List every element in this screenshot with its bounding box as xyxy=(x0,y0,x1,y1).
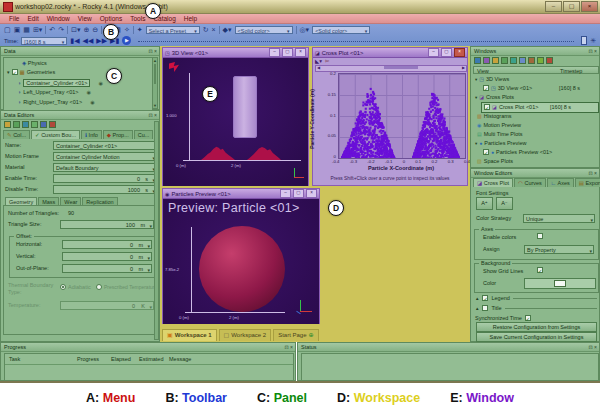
tab-properties[interactable]: ◆ Prop... xyxy=(103,130,133,139)
zoom-out-icon[interactable]: ⊖ xyxy=(92,25,98,35)
font-increase-button[interactable]: A⁺ xyxy=(476,197,493,210)
solid-color-combo-2[interactable]: <Solid color>▾ xyxy=(312,26,370,34)
close-window-icon[interactable]: × xyxy=(295,48,306,57)
import-geometry-icon[interactable] xyxy=(22,121,29,128)
close-window-icon[interactable]: × xyxy=(454,48,465,57)
tab-cross-plot[interactable]: ◪ Cross Plot xyxy=(473,178,513,187)
prescribed-radio[interactable]: Prescribed Temperature xyxy=(96,284,157,290)
previous-timestep-icon[interactable]: ◀◀ xyxy=(83,36,94,46)
remove-icon[interactable] xyxy=(49,121,56,128)
delete-preset-icon[interactable]: × xyxy=(212,25,216,35)
row-cross-plots[interactable]: ▾◪Cross Plots xyxy=(475,94,514,100)
preset-combo[interactable]: Select a Preset▾ xyxy=(146,26,200,34)
dock-icon[interactable]: ⊡ xyxy=(588,344,592,350)
row-cross-plot-01-selected[interactable]: ◪ Cross Plot <01> [160] 8 s xyxy=(481,102,599,113)
data-editors-title[interactable]: Data Editors ⊡ × xyxy=(1,111,159,120)
maximize-window-icon[interactable]: ▢ xyxy=(441,48,452,57)
tab-curves[interactable]: Cu... xyxy=(134,130,154,139)
row-particles-preview-01[interactable]: ●Particles Preview <01> xyxy=(483,149,552,155)
legend-checkbox[interactable] xyxy=(482,295,488,301)
time-slider-track[interactable] xyxy=(138,40,574,42)
grid-lines-checkbox[interactable] xyxy=(537,267,543,273)
new-3d-view-icon[interactable] xyxy=(474,57,481,64)
tree-item-left-tray[interactable]: ◗ Left_Upper_Tray <01> ◉ xyxy=(18,89,91,95)
bg-color-swatch-button[interactable] xyxy=(524,278,596,289)
title-section-row[interactable]: ▲ Title xyxy=(475,305,597,311)
motion-frame-icon[interactable] xyxy=(4,121,11,128)
undo-icon[interactable]: ↶ xyxy=(49,25,55,35)
slider-options-icon[interactable]: ✳ xyxy=(590,36,596,46)
redo-icon[interactable]: ↷ xyxy=(58,25,64,35)
row-space-plots[interactable]: ▧Space Plots xyxy=(477,158,513,164)
synchronized-time-checkbox[interactable] xyxy=(525,315,531,321)
menu-file[interactable]: File xyxy=(5,15,23,22)
progress-panel-title[interactable]: Progress ⊡ × xyxy=(1,343,295,352)
enable-time-field[interactable]: 0s▾ xyxy=(53,174,157,183)
adiabatic-radio[interactable]: Adiabatic xyxy=(60,284,91,290)
tree-item-physics[interactable]: ◈ Physics xyxy=(22,60,47,66)
geometries-checkbox[interactable] xyxy=(12,69,18,75)
windows-panel-title[interactable]: Windows ⊡ × xyxy=(471,47,599,56)
name-field[interactable]: Container_Cylinder <01> xyxy=(53,141,157,150)
sphere-color-icon[interactable]: ◎▾ xyxy=(300,25,310,35)
row-multi-time-plots[interactable]: ▤Multi Time Plots xyxy=(477,131,523,137)
triangle-size-field[interactable]: 100m▾ xyxy=(60,220,154,229)
restore-configuration-button[interactable]: Restore Configuration from Settings xyxy=(476,322,597,332)
save-configuration-button[interactable]: Save Current Configuration in Settings xyxy=(476,332,597,342)
preview-scene[interactable]: Preview: Particle <01> 7.85e-2 0 (m) 2 (… xyxy=(163,199,319,324)
3d-view-titlebar[interactable]: ◳ 3D View <01> ‒ ▢ × xyxy=(163,48,308,58)
plot-area[interactable] xyxy=(338,73,466,159)
dock-icon[interactable]: ⊡ xyxy=(148,112,152,118)
data-editors-scrollbar[interactable] xyxy=(154,121,159,340)
clip-flag-icon[interactable] xyxy=(169,62,179,72)
maximize-window-icon[interactable]: ▢ xyxy=(293,189,304,198)
plot-h-scrollbar[interactable]: ◀ ▶ xyxy=(315,65,467,72)
status-panel-title[interactable]: Status ⊡ × xyxy=(298,343,599,352)
material-combo[interactable]: Default Boundary▾ xyxy=(53,163,157,172)
out-of-plane-field[interactable]: 0m▾ xyxy=(62,264,152,273)
export-icon[interactable]: ⊞▾ xyxy=(33,25,42,35)
row-3d-view-01[interactable]: ◳3D View <01>[160] 8 s xyxy=(483,85,532,91)
tab-workspace-2[interactable]: ▢Workspace 2 xyxy=(219,329,272,341)
tab-curves[interactable]: ◠ Curves xyxy=(514,178,546,187)
row-histograms[interactable]: ▥Histograms xyxy=(477,113,512,119)
refresh-preset-icon[interactable]: ↻ xyxy=(203,25,209,35)
tab-workspace-1[interactable]: ▣Workspace 1 xyxy=(162,329,217,341)
tree-item-container-cylinder[interactable]: ◗ Container_Cylinder <01> ◉ xyxy=(18,79,103,87)
minimize-window-icon[interactable]: ‒ xyxy=(269,48,280,57)
expander-icon[interactable]: ▾ xyxy=(7,69,10,75)
close-all-windows-icon[interactable] xyxy=(546,57,553,64)
tree-item-right-tray[interactable]: ◗ Right_Upper_Tray <01> ◉ xyxy=(18,99,95,105)
close-window-icon[interactable]: × xyxy=(306,189,317,198)
close-button[interactable]: × xyxy=(581,1,598,12)
row-particles-preview[interactable]: ▾●Particles Preview xyxy=(475,140,526,146)
minimize-window-icon[interactable]: ‒ xyxy=(280,189,291,198)
cross-plot-titlebar[interactable]: ◪ Cross Plot <01> ‒ ▢ × xyxy=(313,48,467,58)
checkbox[interactable] xyxy=(483,149,489,155)
new-space-plot-icon[interactable] xyxy=(528,57,535,64)
preset-icon[interactable]: ✦ xyxy=(137,25,143,35)
duplicate-icon[interactable] xyxy=(31,121,38,128)
close-panel-icon[interactable]: × xyxy=(594,170,597,176)
zoom-in-icon[interactable]: ⊕ xyxy=(83,25,89,35)
row-motion-preview[interactable]: ◉Motion Preview xyxy=(477,122,521,128)
dock-icon[interactable]: ⊡ xyxy=(588,48,592,54)
close-panel-icon[interactable]: × xyxy=(290,344,293,350)
dock-icon[interactable]: ⊡ xyxy=(588,170,592,176)
close-panel-icon[interactable]: × xyxy=(594,48,597,54)
new-multi-time-plot-icon[interactable] xyxy=(510,57,517,64)
new-particles-preview-icon[interactable] xyxy=(519,57,526,64)
dock-icon[interactable]: ⊡ xyxy=(148,48,152,54)
save-icon[interactable]: ▦ xyxy=(23,25,30,35)
title-checkbox[interactable] xyxy=(482,305,488,311)
open-file-icon[interactable]: ▣ xyxy=(14,25,21,35)
duplicate-window-icon[interactable] xyxy=(537,57,544,64)
tab-custom-boundary[interactable]: ✓ Custom Bou... xyxy=(31,130,80,139)
visibility-icon[interactable]: ◉ xyxy=(90,99,94,105)
particles-preview-titlebar[interactable]: ◉ Particles Preview <01> ‒ ▢ × xyxy=(163,189,319,199)
row-3d-views[interactable]: ▾◳3D Views xyxy=(475,76,509,82)
tab-info[interactable]: ℹ Info xyxy=(81,130,102,139)
curve-style-icon[interactable]: ◣▾ xyxy=(315,58,322,64)
menu-help[interactable]: Help xyxy=(180,15,201,22)
refresh-icon[interactable] xyxy=(40,121,47,128)
